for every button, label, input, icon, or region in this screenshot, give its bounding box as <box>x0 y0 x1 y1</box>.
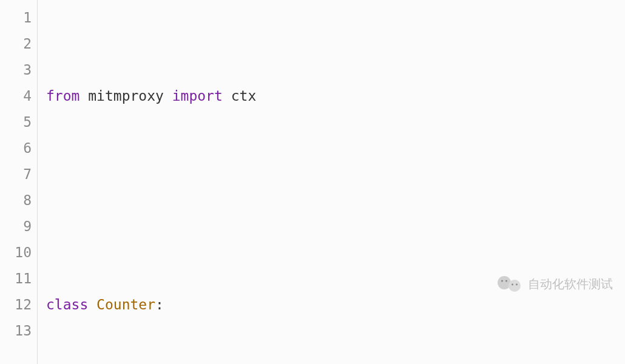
class-name: Counter <box>96 297 155 312</box>
code-editor: 1 2 3 4 5 6 7 8 9 10 11 12 13 from mitmp… <box>0 0 625 364</box>
line-number: 6 <box>0 135 32 161</box>
import-name: ctx <box>231 88 257 104</box>
line-number: 4 <box>0 83 32 109</box>
line-number: 13 <box>0 318 32 344</box>
code-line <box>46 187 625 214</box>
svg-point-3 <box>505 280 507 281</box>
line-number: 3 <box>0 57 32 83</box>
line-number: 1 <box>0 5 32 31</box>
code-content: from mitmproxy import ctx class Counter:… <box>38 0 625 364</box>
wechat-icon <box>496 222 523 346</box>
colon: : <box>155 297 164 312</box>
module-name: mitmproxy <box>88 88 164 104</box>
keyword-from: from <box>46 88 79 104</box>
line-number: 10 <box>0 240 32 266</box>
watermark: 自动化软件测试 <box>496 222 613 346</box>
line-number: 7 <box>0 161 32 187</box>
line-number: 5 <box>0 109 32 135</box>
line-number: 8 <box>0 187 32 214</box>
keyword-class: class <box>46 297 88 312</box>
svg-point-0 <box>498 276 511 289</box>
svg-point-1 <box>508 280 521 292</box>
line-number-gutter: 1 2 3 4 5 6 7 8 9 10 11 12 13 <box>0 0 38 364</box>
code-line: class Counter: <box>46 292 625 318</box>
keyword-import: import <box>172 88 223 104</box>
svg-point-4 <box>512 284 513 286</box>
line-number: 9 <box>0 214 32 240</box>
line-number: 2 <box>0 31 32 57</box>
line-number: 11 <box>0 266 32 292</box>
svg-point-2 <box>501 280 502 281</box>
svg-point-5 <box>516 284 518 286</box>
line-number: 12 <box>0 292 32 318</box>
code-line: from mitmproxy import ctx <box>46 83 625 109</box>
